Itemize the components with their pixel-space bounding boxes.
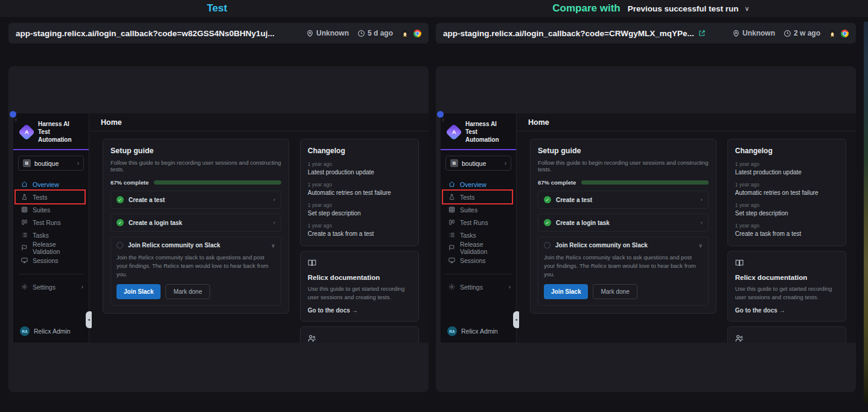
app-main: Home Setup guide Follow this guide to be… (517, 113, 856, 343)
sidebar-item-settings: Settings › (441, 280, 516, 293)
sidebar-item-label: Tasks (33, 232, 49, 239)
sidebar-item-tests: Tests (13, 191, 89, 203)
app-brand: A Harness AI Test Automation (441, 113, 516, 146)
documentation-description: Use this guide to get started recording … (308, 285, 411, 302)
sidebar-item-tests: Tests (441, 191, 516, 203)
location-pin-icon (732, 30, 740, 37)
documentation-card: Relicx documentation Use this guide to g… (727, 251, 846, 322)
join-slack-button: Join Slack (544, 284, 588, 299)
empty-circle-icon (116, 242, 123, 249)
changelog-entry-title: Automatic retries on test failure (735, 189, 838, 196)
project-name: boutique (34, 160, 74, 167)
progress-label: 67% complete (538, 179, 576, 186)
age-value: 5 d ago (368, 29, 393, 37)
users-icon (308, 334, 316, 343)
clock-icon (357, 30, 365, 37)
project-selector: B boutique › (445, 156, 511, 171)
mark-done-button: Mark done (593, 284, 637, 299)
check-circle-icon: ✓ (116, 219, 124, 226)
changelog-time: 1 year ago (308, 182, 411, 188)
setup-item-label: Create a login task (129, 220, 269, 226)
changelog-entry: 1 year ago Set step description (308, 202, 411, 217)
changelog-card: Changelog 1 year ago Latest production u… (727, 139, 846, 246)
sidebar-item-label: Sessions (460, 257, 486, 264)
changelog-entry-title: Create a task from a test (735, 230, 838, 237)
setup-item-join-slack: Join Relicx community on Slack ∨ Join th… (538, 236, 709, 306)
location-pin-icon (306, 30, 314, 37)
sidebar-item-label: Tests (460, 194, 475, 201)
project-badge: B (23, 159, 31, 167)
app-main: Home Setup guide Follow this guide to be… (90, 113, 429, 343)
request-demo-card: Request a demo Request a demo and explor… (300, 326, 419, 343)
setup-guide-description: Follow this guide to begin recording use… (538, 159, 709, 173)
harness-logo-icon: A (18, 123, 35, 140)
cursor-position-marker (437, 111, 444, 118)
sidebar-item-label: Test Runs (33, 219, 61, 226)
sidebar-item-overview: Overview (13, 178, 89, 191)
collapse-left-icon: ◂ (88, 317, 90, 322)
home-icon (448, 181, 455, 188)
empty-circle-icon (544, 242, 550, 249)
brand-divider (13, 149, 89, 150)
app-screenshot[interactable]: A Harness AI Test Automation B boutique … (13, 113, 429, 343)
changelog-entry-title: Set step description (308, 210, 411, 217)
sidebar-item-label: Settings (33, 284, 56, 291)
location-value: Unknown (742, 29, 775, 37)
age-value: 2 w ago (794, 29, 820, 37)
url-bar-compare[interactable]: app-staging.relicx.ai/login_callback?cod… (436, 23, 856, 43)
sidebar-collapse-handle: ◂ (513, 311, 519, 328)
user-name: Relicx Admin (461, 328, 498, 335)
sidebar-item-release-validation: Release Validation (441, 241, 516, 254)
changelog-entry: 1 year ago Automatic retries on test fai… (735, 182, 838, 196)
compare-target-dropdown[interactable]: Previous successful test run ∨ (628, 4, 750, 13)
sidebar-item-sessions: Sessions (441, 254, 516, 267)
setup-item-join-slack: Join Relicx community on Slack ∨ Join th… (110, 236, 281, 306)
project-name: boutique (462, 160, 501, 167)
sidebar-item-label: Sessions (33, 257, 59, 264)
sidebar-item-sessions: Sessions (13, 254, 89, 267)
sidebar-item-tasks: Tasks (441, 229, 516, 241)
setup-guide-title: Setup guide (110, 147, 281, 155)
url-bar-current[interactable]: app-staging.relicx.ai/login_callback?cod… (8, 23, 429, 43)
check-circle-icon: ✓ (116, 196, 124, 203)
go-to-docs-link: Go to the docs → (735, 307, 838, 314)
changelog-entry: 1 year ago Set step description (735, 202, 838, 217)
sidebar-item-test-runs: Test Runs (13, 216, 89, 229)
test-column-title: Test (207, 2, 228, 14)
changelog-entry: 1 year ago Create a task from a test (308, 223, 411, 237)
setup-item-label: Create a test (129, 197, 269, 203)
setup-item-label: Join Relicx community on Slack (555, 242, 694, 249)
sidebar-item-test-runs: Test Runs (441, 216, 516, 229)
grid-icon (21, 206, 28, 213)
join-slack-button: Join Slack (116, 284, 161, 299)
setup-item-description: Join the Relicx community slack to ask q… (544, 253, 703, 278)
sidebar-item-label: Overview (33, 181, 59, 188)
changelog-entry: 1 year ago Latest production update (308, 161, 411, 176)
changelog-entry-title: Automatic retries on test failure (308, 189, 411, 196)
setup-item-create-login-task: ✓ Create a login task › (538, 214, 709, 232)
sidebar-item-label: Tasks (460, 232, 476, 239)
changelog-time: 1 year ago (308, 223, 411, 229)
brand-divider (441, 149, 516, 150)
external-link-icon[interactable] (698, 30, 706, 37)
flask-icon (448, 194, 455, 200)
sidebar-item-label: Tests (33, 194, 48, 201)
app-screenshot[interactable]: A Harness AI Test Automation B boutique … (441, 113, 856, 343)
sidebar-item-suites: Suites (441, 203, 516, 216)
sidebar-item-label: Overview (460, 181, 487, 188)
chevron-right-icon: › (701, 220, 703, 226)
sidebar-nav: Overview Tests Suites Test Runs Tasks (441, 178, 516, 293)
gear-icon (21, 284, 28, 290)
request-demo-card: Request a demo Request a demo and explor… (727, 326, 846, 343)
sidebar-item-label: Test Runs (460, 219, 488, 226)
flag-icon (21, 244, 28, 251)
mark-done-button: Mark done (165, 284, 209, 299)
changelog-title: Changelog (308, 147, 411, 155)
documentation-description: Use this guide to get started recording … (735, 285, 838, 302)
user-menu: RA Relicx Admin (447, 326, 498, 336)
columns-icon (448, 219, 455, 226)
user-menu: RA Relicx Admin (20, 326, 71, 336)
setup-item-create-test: ✓ Create a test › (538, 191, 709, 209)
location-value: Unknown (316, 29, 349, 37)
changelog-time: 1 year ago (308, 161, 411, 167)
